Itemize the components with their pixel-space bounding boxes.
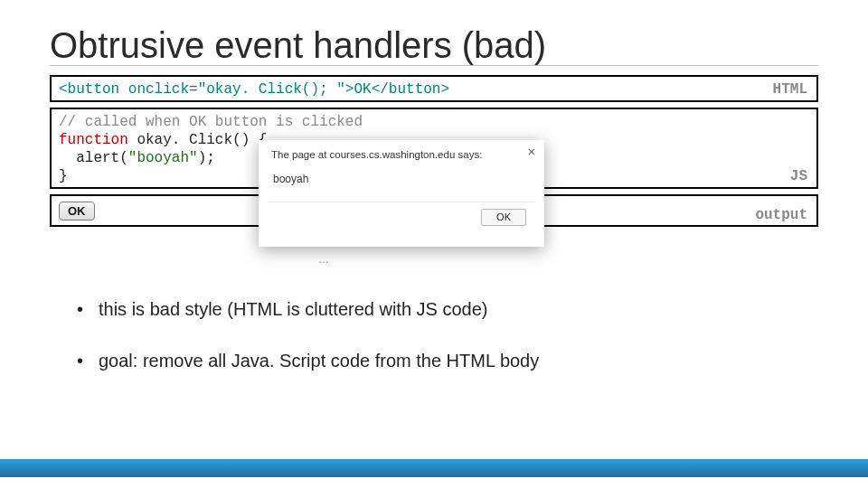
lang-tag-output: output: [755, 207, 807, 223]
dialog-title: The page at courses.cs.washington.edu sa…: [271, 149, 532, 160]
bullet-item: goal: remove all Java. Script code from …: [82, 351, 818, 371]
code-comment: // called when OK button is clicked: [59, 114, 363, 130]
bullet-item: this is bad style (HTML is cluttered wit…: [82, 299, 818, 320]
lang-tag-html: HTML: [773, 80, 807, 99]
ok-button-demo[interactable]: OK: [59, 202, 95, 221]
code-keyword: function: [59, 132, 128, 148]
dialog-message: booyah: [271, 173, 532, 185]
dialog-ok-button[interactable]: OK: [481, 209, 526, 226]
slide-title: Obtrusive event handlers (bad): [50, 25, 818, 66]
code-box-html: <button onclick="okay. Click(); ">OK</bu…: [50, 75, 818, 102]
footer-accent-bar: [0, 459, 868, 477]
ellipsis-icon: …: [318, 253, 329, 266]
code-string: "booyah": [128, 150, 198, 166]
lang-tag-js: JS: [790, 167, 807, 185]
code-text: );: [198, 150, 215, 166]
code-text: alert(: [59, 150, 128, 166]
alert-dialog: × The page at courses.cs.washington.edu …: [259, 140, 544, 247]
code-text: }: [59, 168, 68, 184]
code-text: okay. Click() {: [128, 132, 268, 148]
code-line: <button onclick="okay. Click(); ">OK</bu…: [59, 80, 809, 99]
close-icon[interactable]: ×: [528, 145, 535, 158]
bullet-list: this is bad style (HTML is cluttered wit…: [50, 299, 818, 371]
